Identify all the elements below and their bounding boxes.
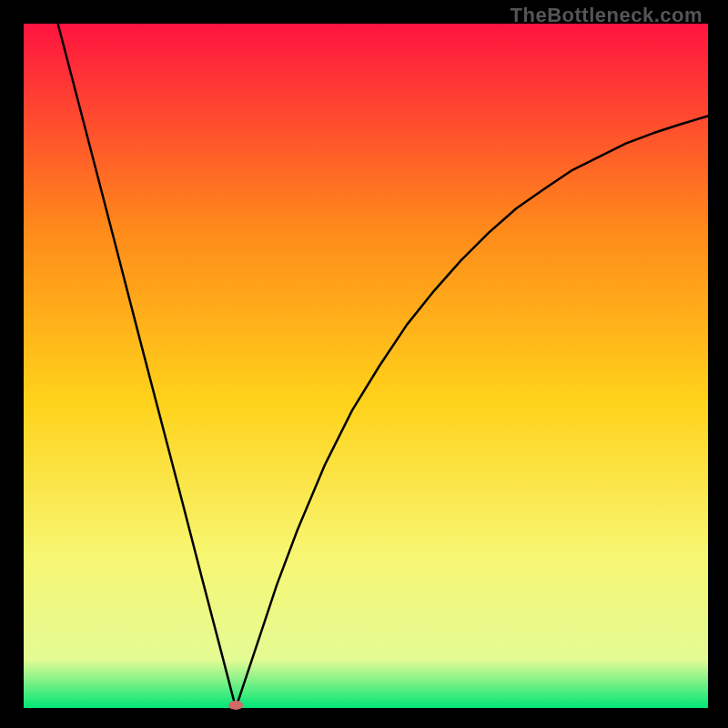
watermark-text: TheBottleneck.com <box>511 4 703 27</box>
chart-container: TheBottleneck.com <box>0 0 728 728</box>
minimum-marker <box>228 701 243 710</box>
plot-background <box>24 24 708 708</box>
chart-svg <box>0 0 728 728</box>
